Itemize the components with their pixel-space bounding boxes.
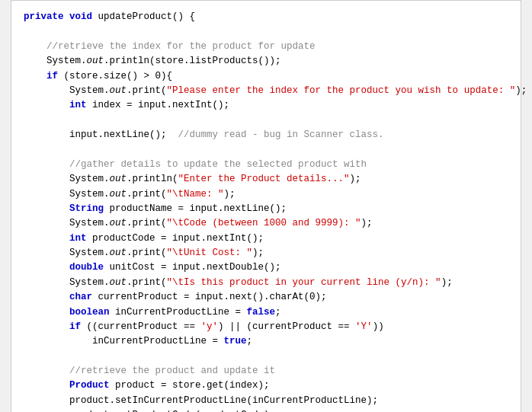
comment: //dummy read - bug in Scanner class. xyxy=(178,129,384,140)
comment: //gather details to update the selected … xyxy=(69,159,367,170)
string: "\tIs this product in your current line … xyxy=(167,277,441,288)
keyword: out xyxy=(110,248,127,258)
keyword: out xyxy=(110,218,127,228)
keyword: out xyxy=(110,174,127,184)
keyword: boolean xyxy=(69,307,110,318)
keyword: if xyxy=(69,321,81,332)
keyword: int xyxy=(69,233,87,244)
keyword: out xyxy=(110,189,127,200)
keyword: void xyxy=(69,11,92,22)
comment: //retrieve the index for the product for… xyxy=(46,41,316,52)
keyword: String xyxy=(69,203,104,214)
comment: //retrieve the product and update it xyxy=(69,366,275,376)
keyword: int xyxy=(69,100,87,110)
keyword: char xyxy=(69,292,92,302)
keyword: if xyxy=(46,71,58,81)
string: "Enter the Product details..." xyxy=(178,174,350,184)
keyword: out xyxy=(110,277,127,288)
string: 'y' xyxy=(201,321,219,332)
keyword: out xyxy=(110,85,127,96)
keyword: double xyxy=(69,262,104,273)
string: "\tCode (between 1000 and 9999): " xyxy=(167,218,361,228)
keyword: false xyxy=(247,307,276,318)
code-editor: private void updateProduct() { //retriev… xyxy=(11,0,521,412)
string: "Please enter the index for the product … xyxy=(167,85,516,96)
keyword: out xyxy=(87,56,104,66)
string: "\tName: " xyxy=(167,189,224,200)
keyword: private xyxy=(24,11,64,22)
keyword: true xyxy=(224,336,247,347)
string: 'Y' xyxy=(355,321,373,332)
string: "\tUnit Cost: " xyxy=(167,248,253,258)
keyword: Product xyxy=(69,380,110,391)
